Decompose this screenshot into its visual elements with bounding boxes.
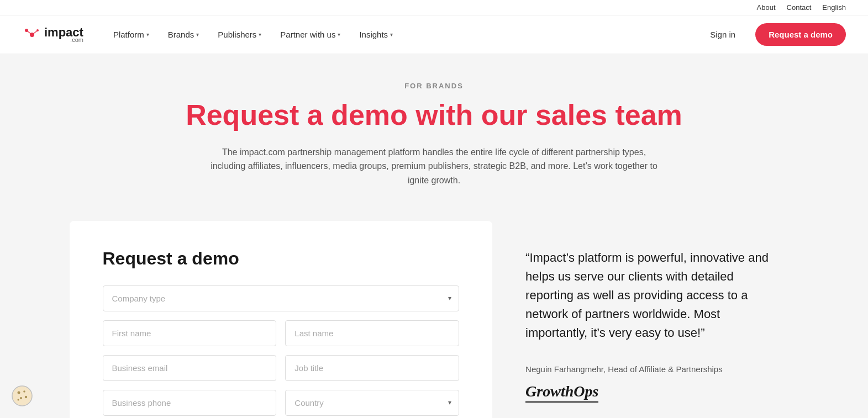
logo[interactable]: impact .com: [22, 25, 83, 45]
company-type-wrapper: Company type Brand Agency Publisher ▾: [103, 285, 460, 311]
business-phone-group: [103, 390, 277, 416]
brands-chevron-icon: ▾: [196, 31, 199, 38]
nav-item-insights[interactable]: Insights ▾: [351, 25, 401, 44]
svg-point-6: [18, 391, 20, 394]
svg-line-4: [32, 30, 38, 35]
sign-in-button[interactable]: Sign in: [701, 25, 744, 44]
job-title-input[interactable]: [285, 355, 459, 381]
business-email-group: [103, 355, 277, 381]
hero-section: FOR BRANDS Request a demo with our sales…: [0, 54, 868, 204]
publishers-chevron-icon: ▾: [259, 31, 261, 38]
form-panel: Request a demo Company type Brand Agency…: [70, 221, 493, 418]
about-link[interactable]: About: [757, 3, 776, 12]
hero-label: FOR BRANDS: [22, 82, 846, 90]
nav-item-platform[interactable]: Platform ▾: [106, 25, 157, 44]
navbar: impact .com Platform ▾ Brands ▾ Publishe…: [0, 15, 868, 54]
testimonial-content: “Impact’s platform is powerful, innovati…: [525, 248, 771, 403]
hero-title: Request a demo with our sales team: [22, 99, 846, 132]
content-area: Request a demo Company type Brand Agency…: [48, 221, 821, 418]
svg-line-3: [27, 30, 32, 35]
country-wrapper: Country United States United Kingdom Aus…: [285, 390, 459, 416]
business-phone-input[interactable]: [103, 390, 277, 416]
business-email-input[interactable]: [103, 355, 277, 381]
last-name-input[interactable]: [285, 320, 459, 346]
platform-chevron-icon: ▾: [146, 31, 149, 38]
request-demo-nav-button[interactable]: Request a demo: [755, 23, 846, 46]
first-name-group: [103, 320, 277, 346]
country-group: Country United States United Kingdom Aus…: [285, 390, 459, 416]
top-bar: About Contact English: [0, 0, 868, 15]
name-row: [103, 320, 460, 346]
first-name-input[interactable]: [103, 320, 277, 346]
testimonial-panel: “Impact’s platform is powerful, innovati…: [492, 221, 798, 418]
country-select[interactable]: Country United States United Kingdom Aus…: [285, 390, 459, 416]
testimonial-author: Neguin Farhangmehr, Head of Affiliate & …: [525, 364, 771, 374]
email-job-row: [103, 355, 460, 381]
nav-items: Platform ▾ Brands ▾ Publishers ▾ Partner…: [106, 25, 701, 44]
nav-item-publishers[interactable]: Publishers ▾: [210, 25, 269, 44]
contact-link[interactable]: Contact: [787, 3, 812, 12]
form-title: Request a demo: [103, 248, 460, 269]
company-logo: GrowthOps: [525, 383, 598, 403]
logo-icon: [22, 25, 42, 45]
last-name-group: [285, 320, 459, 346]
partner-chevron-icon: ▾: [338, 31, 340, 38]
company-type-select[interactable]: Company type Brand Agency Publisher: [103, 285, 460, 311]
nav-actions: Sign in Request a demo: [701, 23, 846, 46]
cookie-icon[interactable]: [11, 385, 33, 407]
svg-point-5: [12, 386, 32, 406]
job-title-group: [285, 355, 459, 381]
svg-point-9: [25, 396, 27, 398]
hero-description: The impact.com partnership management pl…: [208, 145, 661, 188]
nav-item-brands[interactable]: Brands ▾: [160, 25, 207, 44]
svg-point-7: [23, 390, 25, 393]
svg-point-8: [20, 397, 22, 399]
company-type-group: Company type Brand Agency Publisher ▾: [103, 285, 460, 311]
nav-item-partner[interactable]: Partner with us ▾: [272, 25, 348, 44]
phone-country-row: Country United States United Kingdom Aus…: [103, 390, 460, 416]
svg-point-10: [18, 399, 19, 401]
language-link[interactable]: English: [822, 3, 846, 12]
testimonial-quote: “Impact’s platform is powerful, innovati…: [525, 248, 771, 342]
insights-chevron-icon: ▾: [390, 31, 393, 38]
